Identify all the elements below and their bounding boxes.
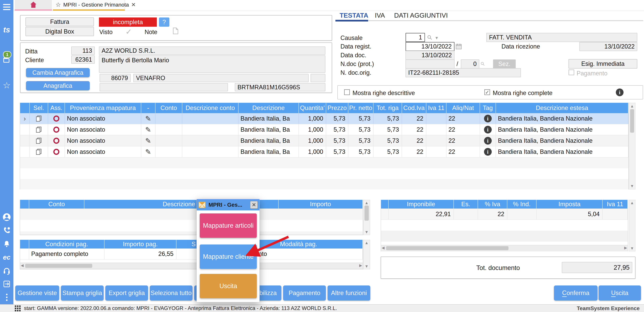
copy-icon[interactable] (30, 135, 48, 146)
data-ricezione-field[interactable]: 13/10/2022 (580, 42, 637, 51)
col-descrizione-conto[interactable]: Descrizione conto (182, 103, 238, 113)
popup-title-bar[interactable]: MPRI - Ges... ✕ (197, 199, 260, 210)
anagrafica-button[interactable]: Anagrafica (26, 81, 90, 90)
digital-box-button[interactable]: Digital Box (26, 27, 94, 36)
help-button[interactable]: ? (159, 18, 170, 27)
col-importo-pag[interactable]: Importo pag. (104, 240, 176, 249)
col-edit[interactable]: - (141, 103, 156, 113)
piva-field[interactable] (100, 83, 228, 91)
tag-info-icon[interactable]: i (480, 124, 496, 135)
tab-close-icon[interactable]: ✕ (131, 2, 136, 8)
pagamento-checkbox[interactable] (568, 70, 574, 75)
col-iva11[interactable]: Iva 11 (426, 103, 446, 113)
hamburger-menu-icon[interactable] (0, 2, 14, 12)
cambia-anagrafica-button[interactable]: Cambia Anagrafica (26, 68, 90, 77)
citta-field[interactable]: VENAFRO (133, 74, 308, 82)
popup-close-icon[interactable]: ✕ (250, 201, 258, 209)
col-descrizione[interactable]: Descrizione (238, 103, 299, 113)
app-grid-icon[interactable] (15, 305, 21, 311)
edit-pencil-icon[interactable]: ✎ (141, 113, 156, 124)
col-provenienza[interactable]: Provenienza mappatura (65, 103, 141, 113)
col-sel[interactable]: Sel. (30, 103, 48, 113)
col-quantita[interactable]: Quantita' (299, 103, 326, 113)
provincia-field[interactable] (310, 74, 325, 82)
causale-desc-field[interactable]: FATT. VENDITA (486, 33, 637, 42)
iva-row[interactable]: 22,91 22 5,04 (381, 209, 628, 220)
pagamento-button[interactable]: Pagamento (283, 285, 326, 300)
col-condizioni-pag[interactable]: Condizioni pag. (29, 240, 104, 249)
contact-phone-icon[interactable] (0, 225, 14, 235)
ditta-code-field[interactable]: 113 (71, 47, 95, 55)
note-document-icon[interactable] (173, 27, 178, 35)
grid-row[interactable]: › Non associato ✎ Bandiera Italia, Ba 1,… (20, 113, 628, 124)
grid-info-icon[interactable]: i (616, 88, 624, 96)
gestione-viste-button[interactable]: Gestione viste (15, 285, 59, 300)
edit-pencil-icon[interactable]: ✎ (141, 124, 156, 135)
more-options-icon[interactable] (0, 292, 14, 302)
documents-folder-icon[interactable]: 1 (0, 55, 14, 65)
notifications-bell-icon[interactable] (0, 239, 14, 249)
causale-dropdown-icon[interactable]: ▼ (435, 36, 439, 40)
codice-fiscale-field[interactable]: BRTMRA81M16G596S (235, 83, 325, 91)
col-perc-iva[interactable]: % Iva (478, 200, 507, 209)
ndoc-num-field[interactable]: 0 (461, 59, 479, 69)
col-tag[interactable]: Tag (480, 103, 496, 113)
copy-icon[interactable] (30, 113, 48, 124)
mappature-cliente-button[interactable]: Mappature cliente (200, 244, 257, 269)
causale-input[interactable]: 1 (406, 33, 425, 42)
conferma-button[interactable]: CConfermaonferma (554, 285, 598, 300)
col-conto[interactable]: Conto (156, 103, 182, 113)
col-conto[interactable]: Conto (29, 200, 84, 209)
altre-funzioni-button[interactable]: Altre funzioni (328, 285, 370, 300)
mostra-righe-complete-checkbox[interactable]: ✓ (484, 89, 490, 95)
logout-icon[interactable] (0, 279, 14, 289)
pagamenti-horizontal-scrollbar[interactable]: ◀▶ (20, 263, 363, 269)
ndoc-field[interactable] (406, 59, 454, 69)
col-iva11[interactable]: Iva 11 (602, 200, 628, 209)
col-importo[interactable]: Importo (278, 200, 363, 209)
export-griglia-button[interactable]: Export griglia (105, 285, 148, 300)
ndoc-orig-field[interactable]: IT22-68211I-28185 (406, 68, 521, 77)
col-descrizione-estesa[interactable]: Descrizione estesa (496, 103, 628, 113)
col-imponibile[interactable]: Imponibile (388, 200, 454, 209)
popup-uscita-button[interactable]: Uscita (200, 274, 257, 298)
col-aliq-nat[interactable]: Aliq/Nat (446, 103, 480, 113)
user-profile-icon[interactable] (0, 212, 14, 222)
grid-row[interactable]: Non associato ✎ Bandiera Italia, Ba 1,00… (20, 124, 628, 135)
sez-button[interactable]: Sez. (493, 59, 516, 69)
col-perc-ind[interactable]: % Ind. (507, 200, 537, 209)
home-tab[interactable] (15, 0, 52, 11)
ndoc-search-icon[interactable] (480, 61, 485, 67)
main-grid-vertical-scrollbar[interactable]: ▲▼ (629, 103, 636, 189)
col-ass[interactable]: Ass. (48, 103, 65, 113)
copy-icon[interactable] (30, 124, 48, 135)
conto-grid-vertical-scrollbar[interactable]: ▲▼ (363, 200, 370, 235)
tab-mpri-gestione-primanota[interactable]: ☆ MPRI - Gestione Primanota ✕ (53, 0, 125, 11)
tag-info-icon[interactable]: i (480, 113, 496, 124)
col-es[interactable]: Es. (454, 200, 478, 209)
tag-info-icon[interactable]: i (480, 135, 496, 146)
uscita-button[interactable]: Uscita (598, 285, 641, 300)
causale-search-icon[interactable] (427, 35, 432, 41)
tab-testata[interactable]: TESTATA (340, 12, 368, 19)
esig-immediata-button[interactable]: Esig. Immediata (568, 59, 637, 69)
cliente-code-field[interactable]: 62361 (71, 55, 95, 64)
seleziona-tutto-button[interactable]: Seleziona tutto (150, 285, 192, 300)
tab-iva[interactable]: IVA (375, 12, 385, 19)
data-regist-calendar-icon[interactable] (456, 43, 462, 50)
ec-app-icon[interactable]: ec (0, 252, 14, 262)
data-regist-input[interactable]: 13/10/2022 (406, 42, 454, 51)
edit-pencil-icon[interactable]: ✎ (141, 135, 156, 146)
cliente-name-field[interactable]: Butterfly di Bertolla Mario (99, 55, 325, 73)
data-doc-field[interactable]: 13/10/2022 (406, 51, 454, 60)
grid-row[interactable]: Non associato ✎ Bandiera Italia, Ba 1,00… (20, 135, 628, 146)
ditta-name-field[interactable]: A2Z WORLD S.R.L. (99, 47, 325, 55)
col-cod-iva[interactable]: Cod.Iva (402, 103, 426, 113)
iva-horizontal-scrollbar[interactable]: ◀▶ (381, 245, 628, 251)
fattura-button[interactable]: Fattura (26, 18, 94, 26)
edit-pencil-icon[interactable]: ✎ (141, 146, 156, 157)
pagamenti-vertical-scrollbar[interactable]: ▲▼ (363, 240, 370, 269)
tab-favorite-star-icon[interactable]: ☆ (56, 1, 61, 8)
pagamento-row[interactable]: Pagamento completo 26,55 pagamento (20, 249, 363, 260)
iva-vertical-scrollbar[interactable]: ▲▼ (629, 200, 636, 251)
